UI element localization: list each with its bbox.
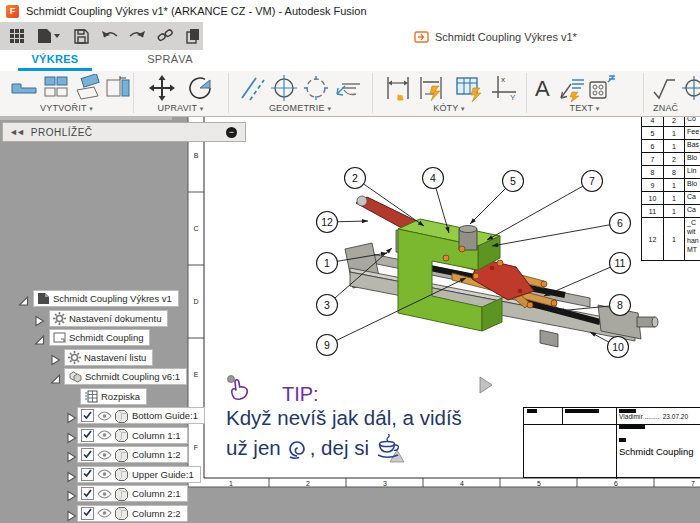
tree-item[interactable]: Upper Guide:1 bbox=[77, 466, 201, 483]
collapsed-triangle-icon[interactable] bbox=[34, 313, 45, 331]
tree-item-label: Column 1:1 bbox=[132, 428, 181, 443]
expanded-triangle-icon[interactable] bbox=[18, 293, 29, 311]
balloon-table-icon[interactable] bbox=[588, 74, 616, 102]
eye-icon[interactable] bbox=[97, 450, 112, 460]
tree-item[interactable]: Column 1:2 bbox=[77, 446, 188, 463]
group-label-text[interactable]: TEXT ▾ bbox=[526, 103, 643, 113]
parts-table-row: 101Ca bbox=[642, 192, 700, 205]
position-symbol-icon[interactable] bbox=[682, 74, 700, 102]
tree-item[interactable]: Schmidt Coupling Výkres v1 bbox=[33, 290, 179, 307]
tree-item[interactable]: Nastavení listu bbox=[64, 349, 153, 366]
tree-item[interactable]: Schmidt Coupling bbox=[49, 329, 150, 346]
parts-table-cell: 5 bbox=[642, 127, 664, 139]
collapsed-triangle-icon[interactable] bbox=[66, 488, 77, 506]
tree-item[interactable]: Column 2:2 bbox=[77, 505, 188, 522]
file-menu-icon[interactable] bbox=[36, 27, 62, 45]
collapse-panel-icon[interactable]: ◄◄ bbox=[9, 127, 23, 137]
save-icon[interactable] bbox=[72, 27, 90, 45]
expanded-triangle-icon[interactable] bbox=[50, 371, 61, 389]
eye-icon[interactable] bbox=[97, 489, 112, 499]
eye-icon[interactable] bbox=[97, 411, 112, 421]
move-icon[interactable] bbox=[148, 74, 176, 102]
visibility-checkbox[interactable] bbox=[81, 507, 94, 520]
visibility-checkbox[interactable] bbox=[81, 468, 94, 481]
eye-icon[interactable] bbox=[97, 430, 112, 440]
visibility-checkbox[interactable] bbox=[81, 429, 94, 442]
title-block-label-bar bbox=[619, 424, 645, 429]
ribbon-toolbar: x Y A VYTVOŘIT ▾ UPRAVIT ▾ GEOMETRIE ▾ K… bbox=[0, 71, 700, 117]
balloon-number: 1 bbox=[324, 257, 330, 269]
collapsed-triangle-icon[interactable] bbox=[66, 469, 77, 487]
tree-item-label: Column 2:2 bbox=[132, 506, 181, 521]
tree-item[interactable]: Column 1:1 bbox=[77, 427, 188, 444]
tree-item[interactable]: Rozpiska bbox=[80, 388, 147, 405]
collapsed-triangle-icon[interactable] bbox=[50, 352, 61, 370]
tree-item[interactable]: Bottom Guide:1 bbox=[77, 407, 205, 424]
svg-text:x: x bbox=[501, 75, 505, 84]
remove-panel-icon[interactable]: − bbox=[226, 127, 237, 138]
balloon-number: 3 bbox=[324, 299, 330, 311]
rotate-icon[interactable] bbox=[186, 74, 214, 102]
sheet-ruler-number: 7 bbox=[691, 480, 695, 487]
projected-view-icon[interactable] bbox=[42, 74, 70, 102]
browser-panel-header[interactable]: ◄◄ PROHLÍŽEČ − bbox=[2, 122, 246, 142]
tree-item[interactable]: Nastavení dokumentu bbox=[49, 310, 168, 327]
cube-icon bbox=[115, 467, 129, 481]
dimension-icon[interactable] bbox=[384, 74, 412, 102]
surface-finish-icon[interactable] bbox=[650, 74, 678, 102]
visibility-checkbox[interactable] bbox=[81, 487, 94, 500]
parts-table-cell: Fee bbox=[685, 127, 700, 139]
group-label-vytvorit[interactable]: VYTVOŘIT ▾ bbox=[0, 103, 133, 113]
sheet-ruler-number: 5 bbox=[537, 480, 541, 487]
text-icon[interactable]: A bbox=[530, 74, 558, 102]
group-label-upravit[interactable]: UPRAVIT ▾ bbox=[133, 103, 228, 113]
parts-list-table[interactable]: 42Co51Fee61Bas72Blo88Lin91Blo101Ca111Ca1… bbox=[641, 113, 700, 261]
base-view-icon[interactable] bbox=[10, 74, 38, 102]
group-label-geometrie[interactable]: GEOMETRIE ▾ bbox=[228, 103, 372, 113]
sketch-line-icon[interactable] bbox=[238, 74, 266, 102]
share-link-icon[interactable] bbox=[156, 27, 174, 45]
collapsed-triangle-icon[interactable] bbox=[66, 430, 77, 448]
collapsed-triangle-icon[interactable] bbox=[66, 508, 77, 523]
edge-extension-icon[interactable] bbox=[334, 74, 362, 102]
auto-dimension-icon[interactable] bbox=[417, 74, 445, 102]
title-block[interactable]: Vladimír ........ 23.07.20 Schmidt Coupl… bbox=[523, 407, 700, 478]
parts-table-cell: 1 bbox=[664, 140, 685, 152]
center-mark-circle-icon[interactable] bbox=[270, 74, 298, 102]
busy-spinner-icon bbox=[286, 438, 308, 460]
leader-text-icon[interactable] bbox=[558, 74, 586, 102]
redo-icon[interactable] bbox=[128, 27, 146, 45]
group-label-koty[interactable]: KÓTY ▾ bbox=[372, 103, 526, 113]
sketch-circle-icon[interactable] bbox=[302, 74, 330, 102]
eye-icon[interactable] bbox=[97, 469, 112, 479]
collapsed-triangle-icon[interactable] bbox=[66, 449, 77, 467]
balloon-number: 5 bbox=[510, 175, 516, 187]
app-grid-icon[interactable] bbox=[8, 27, 26, 45]
xy-coordinate-icon[interactable]: x Y bbox=[490, 74, 518, 102]
gear-icon bbox=[68, 351, 81, 364]
visibility-checkbox[interactable] bbox=[81, 448, 94, 461]
collapsed-triangle-icon[interactable] bbox=[66, 410, 77, 428]
tab-sprava[interactable]: SPRÁVA bbox=[140, 53, 200, 65]
group-label-znaceni[interactable]: ZNAČ bbox=[645, 103, 700, 113]
section-view-icon[interactable] bbox=[104, 74, 132, 102]
auxiliary-view-icon[interactable] bbox=[74, 74, 102, 102]
workspace-tab-strip: VÝKRES SPRÁVA bbox=[0, 50, 700, 71]
visibility-checkbox[interactable] bbox=[81, 409, 94, 422]
parts-table-cell: Lin bbox=[685, 166, 700, 178]
parts-table-cell: 1 bbox=[664, 127, 685, 139]
tab-vykres[interactable]: VÝKRES bbox=[22, 53, 88, 65]
table-auto-icon[interactable] bbox=[455, 74, 483, 102]
expanded-triangle-icon[interactable] bbox=[34, 332, 45, 350]
copy-clipboard-icon[interactable] bbox=[184, 27, 202, 45]
browser-panel-title: PROHLÍŽEČ bbox=[31, 127, 226, 138]
parts-table-cell: Bas bbox=[685, 140, 700, 152]
document-tab[interactable]: Schmidt Coupling Výkres v1* bbox=[404, 25, 587, 49]
cube-icon bbox=[115, 409, 129, 423]
eye-icon[interactable] bbox=[97, 508, 112, 518]
window-titlebar: F Schmidt Coupling Výkres v1* (ARKANCE C… bbox=[0, 0, 700, 23]
parts-table-cell: Ca bbox=[685, 205, 700, 217]
tree-item[interactable]: Schmidt Coupling v6:1 bbox=[64, 368, 187, 385]
undo-icon[interactable] bbox=[100, 27, 118, 45]
tree-item[interactable]: Column 2:1 bbox=[77, 485, 188, 502]
